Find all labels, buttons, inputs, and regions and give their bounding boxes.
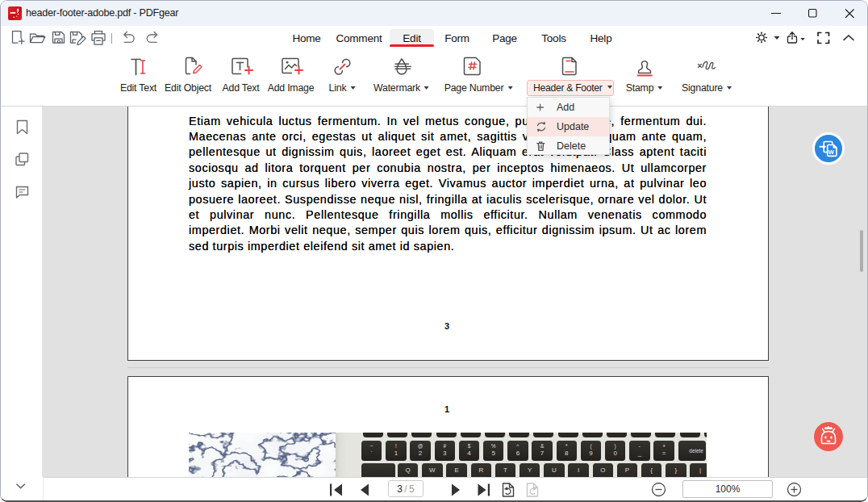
svg-text:W: W [828,149,835,156]
